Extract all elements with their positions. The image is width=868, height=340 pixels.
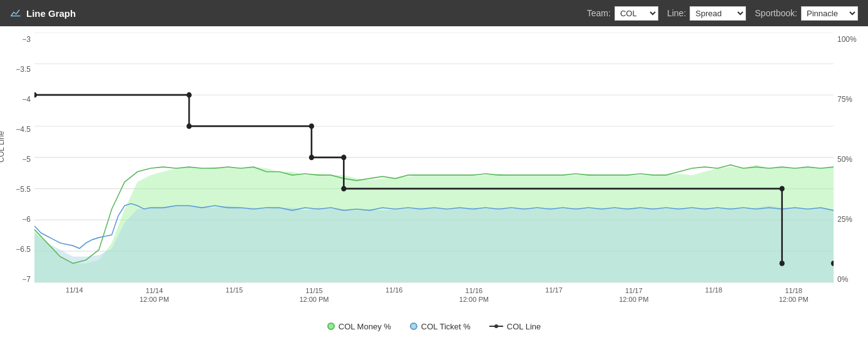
chart-line-icon — [10, 8, 21, 19]
y-right-val-5: 0% — [837, 275, 868, 284]
line-dot-1 — [34, 92, 37, 98]
title-text: Line Graph — [26, 8, 76, 19]
y-right-val-4: 25% — [837, 215, 868, 224]
legend-blue-icon — [410, 322, 417, 330]
line-dot-4 — [309, 124, 314, 129]
y-left-val-9: −7 — [6, 275, 31, 284]
y-right-val-2: 75% — [837, 95, 868, 104]
main-chart-svg — [34, 32, 834, 284]
sportsbook-select[interactable]: Pinnacle DraftKings FanDuel BetMGM — [801, 6, 858, 21]
legend-green: COL Money % — [327, 322, 391, 331]
x-label-1: 11/14 — [34, 286, 115, 294]
line-select[interactable]: Spread Moneyline Total — [690, 6, 746, 21]
y-left-val-2: −3.5 — [6, 65, 31, 74]
x-label-7: 11/17 — [514, 286, 594, 294]
y-axis-left-values: −3 −3.5 −4 −4.5 −5 −5.5 −6 −6.5 −7 — [6, 32, 34, 284]
y-left-val-4: −4.5 — [6, 125, 31, 134]
x-label-4: 11/1512:00 PM — [274, 286, 354, 304]
legend-blue-label: COL Ticket % — [421, 322, 471, 331]
legend-blue: COL Ticket % — [410, 322, 471, 331]
y-left-val-8: −6.5 — [6, 245, 31, 254]
x-label-2: 11/1412:00 PM — [115, 286, 195, 304]
x-label-9: 11/18 — [674, 286, 754, 294]
line-label: Line: — [667, 8, 686, 18]
y-axis-left-label: COL Line — [0, 131, 6, 162]
legend-green-label: COL Money % — [339, 322, 391, 331]
chart-legend: COL Money % COL Ticket % COL Line — [0, 315, 868, 340]
sportsbook-label: Sportbook: — [755, 8, 797, 18]
team-label: Team: — [587, 8, 611, 18]
header-controls: Team: COL DEN LAR SEA Line: Spread Money… — [587, 6, 858, 21]
page-container: Line Graph Team: COL DEN LAR SEA Line: S… — [0, 0, 868, 340]
y-axis-right-container: 100% 75% 50% 25% 0% COL % — [834, 32, 868, 315]
line-dot-9 — [779, 261, 784, 266]
legend-black: COL Line — [489, 322, 541, 331]
line-dot-7 — [341, 186, 346, 192]
y-axis-right-values: 100% 75% 50% 25% 0% — [834, 32, 868, 284]
line-dot-6 — [341, 155, 346, 161]
x-label-10: 11/1812:00 PM — [753, 286, 834, 304]
y-left-val-6: −5.5 — [6, 185, 31, 194]
line-dot-3 — [186, 124, 191, 129]
x-label-6: 11/1612:00 PM — [434, 286, 514, 304]
header-title: Line Graph — [10, 8, 587, 19]
header-bar: Line Graph Team: COL DEN LAR SEA Line: S… — [0, 0, 868, 26]
team-control: Team: COL DEN LAR SEA — [587, 6, 658, 21]
chart-svg-area — [34, 32, 834, 284]
chart-area: COL Line −3 −3.5 −4 −4.5 −5 −5.5 −6 −6.5… — [0, 26, 868, 315]
line-dot-2 — [186, 92, 191, 98]
legend-green-icon — [327, 322, 335, 330]
y-left-val-7: −6 — [6, 215, 31, 224]
team-select[interactable]: COL DEN LAR SEA — [615, 6, 658, 21]
blue-area — [34, 206, 834, 282]
sportsbook-control: Sportbook: Pinnacle DraftKings FanDuel B… — [755, 6, 858, 21]
x-label-5: 11/16 — [354, 286, 434, 294]
line-dot-8 — [779, 186, 784, 192]
line-dot-5 — [309, 155, 314, 161]
x-axis: 11/14 11/1412:00 PM 11/15 11/1512:00 PM … — [34, 284, 834, 315]
x-label-3: 11/15 — [194, 286, 274, 294]
y-axis-left-container: COL Line −3 −3.5 −4 −4.5 −5 −5.5 −6 −6.5… — [0, 32, 34, 315]
legend-black-label: COL Line — [507, 322, 541, 331]
legend-black-icon — [489, 326, 503, 327]
x-label-8: 11/1712:00 PM — [594, 286, 674, 304]
y-left-val-3: −4 — [6, 95, 31, 104]
y-left-val-1: −3 — [6, 35, 31, 44]
line-control: Line: Spread Moneyline Total — [667, 6, 746, 21]
chart-main: 11/14 11/1412:00 PM 11/15 11/1512:00 PM … — [34, 32, 834, 315]
y-right-val-1: 100% — [837, 35, 868, 44]
y-left-val-5: −5 — [6, 155, 31, 164]
y-right-val-3: 50% — [837, 155, 868, 164]
